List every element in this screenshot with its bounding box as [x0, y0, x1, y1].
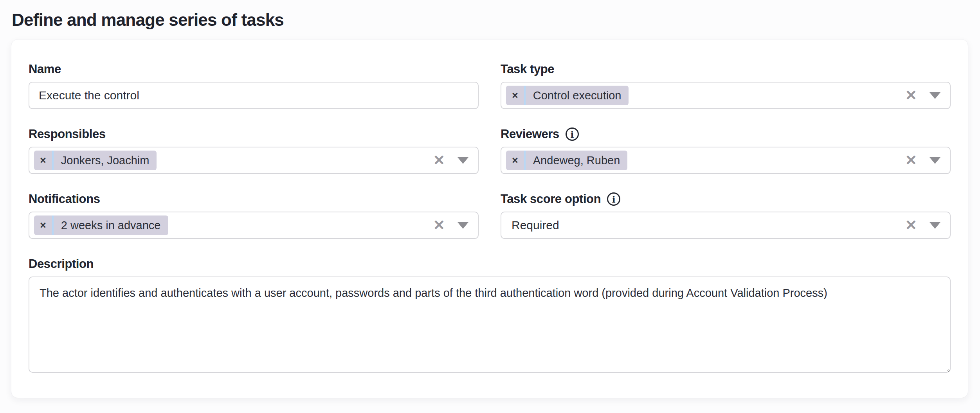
field-notifications: Notifications × 2 weeks in advance ✕ [29, 192, 479, 239]
name-input[interactable] [29, 82, 479, 109]
clear-icon[interactable]: ✕ [433, 218, 445, 232]
task-type-chip: × Control execution [506, 86, 629, 105]
field-description: Description The actor identifies and aut… [29, 257, 951, 374]
clear-icon[interactable]: ✕ [433, 153, 445, 167]
caret-down-icon[interactable] [930, 222, 940, 229]
responsibles-select[interactable]: × Jonkers, Joachim ✕ [29, 147, 479, 174]
task-score-option-select[interactable]: Required ✕ [501, 212, 951, 239]
reviewers-chip-label: Andeweg, Ruben [526, 154, 628, 167]
field-reviewers: Reviewers i × Andeweg, Ruben ✕ [501, 127, 951, 174]
reviewers-chip: × Andeweg, Ruben [506, 151, 627, 170]
reviewers-select[interactable]: × Andeweg, Ruben ✕ [501, 147, 951, 174]
name-label: Name [29, 62, 61, 76]
field-responsibles: Responsibles × Jonkers, Joachim ✕ [29, 127, 479, 174]
notifications-chip: × 2 weeks in advance [34, 215, 168, 235]
task-type-chip-label: Control execution [526, 89, 629, 102]
responsibles-chip: × Jonkers, Joachim [34, 151, 157, 170]
reviewers-label: Reviewers [501, 127, 559, 141]
field-task-type: Task type × Control execution ✕ [501, 62, 951, 109]
caret-down-icon[interactable] [458, 157, 468, 164]
task-type-label: Task type [501, 62, 554, 76]
notifications-chip-label: 2 weeks in advance [54, 219, 168, 232]
form-grid: Name Task type × Control execution ✕ [29, 62, 951, 392]
chip-remove-icon[interactable]: × [506, 90, 524, 101]
notifications-select[interactable]: × 2 weeks in advance ✕ [29, 212, 479, 239]
info-icon[interactable]: i [566, 127, 579, 141]
task-form-card: Name Task type × Control execution ✕ [11, 39, 968, 398]
field-name: Name [29, 62, 479, 109]
notifications-label: Notifications [29, 192, 100, 206]
task-score-option-label: Task score option [501, 192, 601, 206]
chip-remove-icon[interactable]: × [34, 155, 52, 166]
chip-remove-icon[interactable]: × [506, 155, 524, 166]
clear-icon[interactable]: ✕ [905, 88, 917, 102]
responsibles-chip-label: Jonkers, Joachim [54, 154, 157, 167]
field-task-score-option: Task score option i Required ✕ [501, 192, 951, 239]
task-type-select[interactable]: × Control execution ✕ [501, 82, 951, 109]
description-label: Description [29, 257, 94, 271]
responsibles-label: Responsibles [29, 127, 106, 141]
clear-icon[interactable]: ✕ [905, 153, 917, 167]
caret-down-icon[interactable] [458, 222, 468, 229]
chip-remove-icon[interactable]: × [34, 220, 52, 231]
caret-down-icon[interactable] [930, 157, 940, 164]
description-textarea[interactable]: The actor identifies and authenticates w… [29, 277, 951, 373]
page-title: Define and manage series of tasks [12, 10, 980, 30]
task-score-option-value: Required [506, 219, 559, 232]
clear-icon[interactable]: ✕ [905, 218, 917, 232]
caret-down-icon[interactable] [930, 92, 940, 99]
info-icon[interactable]: i [607, 192, 620, 206]
